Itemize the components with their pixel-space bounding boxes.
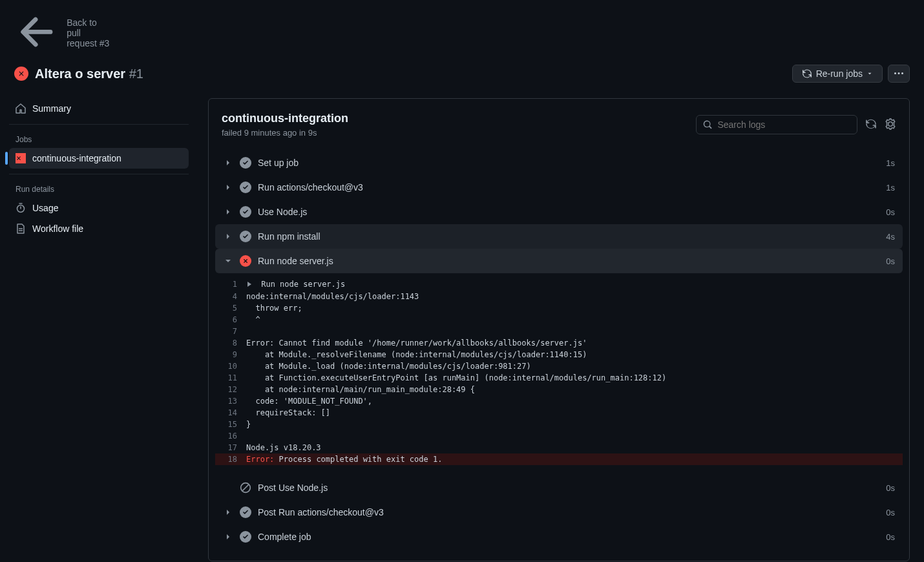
arrow-left-icon [14, 9, 61, 56]
log-line[interactable]: 8Error: Cannot find module '/home/runner… [215, 337, 903, 349]
step-row[interactable]: Run node server.js0s [215, 249, 903, 273]
sidebar-workflow-file[interactable]: Workflow file [9, 218, 189, 239]
log-line[interactable]: 9 at Module._resolveFilename (node:inter… [215, 349, 903, 360]
step-label: Use Node.js [258, 207, 886, 217]
kebab-icon [894, 68, 904, 79]
sync-icon [802, 68, 812, 79]
log-line[interactable]: 13 code: 'MODULE_NOT_FOUND', [215, 395, 903, 407]
step-label: Set up job [258, 158, 886, 168]
step-row[interactable]: Run npm install4s [215, 224, 903, 249]
check-icon [240, 206, 251, 218]
sidebar-item-label: Usage [32, 203, 58, 213]
step-duration: 1s [886, 183, 895, 193]
sidebar-item-label: Summary [32, 103, 71, 114]
log-fold[interactable]: Run node server.js [246, 280, 345, 289]
check-icon [240, 531, 251, 543]
step-label: Complete job [258, 532, 886, 542]
step-duration: 0s [886, 207, 895, 217]
step-row[interactable]: Post Use Node.js0s [215, 475, 903, 500]
chevron-right-icon [223, 507, 233, 517]
step-duration: 0s [886, 256, 895, 266]
log-line[interactable]: 14 requireStack: [] [215, 407, 903, 419]
stopwatch-icon [16, 203, 26, 213]
chevron-right-icon [223, 207, 233, 217]
check-icon [240, 182, 251, 193]
gear-icon [885, 118, 896, 130]
log-line[interactable]: 5 throw err; [215, 302, 903, 314]
search-logs[interactable] [696, 115, 857, 134]
chevron-right-icon [223, 532, 233, 542]
fail-icon [16, 153, 26, 163]
sidebar-jobs-heading: Jobs [9, 130, 189, 148]
step-row[interactable]: Complete job0s [215, 525, 903, 549]
sidebar: Summary Jobs continuous-integration Run … [0, 98, 194, 562]
step-duration: 1s [886, 158, 895, 168]
file-icon [16, 224, 26, 234]
run-status-icon [14, 67, 28, 81]
log-line[interactable]: 17Node.js v18.20.3 [215, 442, 903, 453]
caret-down-icon [866, 70, 873, 77]
rerun-jobs-button[interactable]: Re-run jobs [792, 65, 883, 83]
log-output: 1 Run node server.js4node:internal/modul… [215, 273, 903, 475]
page-title: Altera o server #1 [35, 67, 143, 81]
log-line[interactable]: 4node:internal/modules/cjs/loader:1143 [215, 291, 903, 302]
log-line[interactable]: 10 at Module._load (node:internal/module… [215, 360, 903, 372]
sidebar-item-label: Workflow file [32, 224, 83, 234]
step-duration: 0s [886, 532, 895, 542]
job-title: continuous-integration [222, 112, 348, 125]
home-icon [16, 103, 26, 114]
refresh-button[interactable] [865, 118, 877, 132]
step-label: Run node server.js [258, 256, 886, 266]
step-duration: 4s [886, 232, 895, 242]
chevron-right-icon [223, 231, 233, 242]
skip-icon [240, 482, 251, 494]
log-line[interactable]: 16 [215, 430, 903, 442]
fail-icon [240, 255, 251, 267]
search-icon [703, 120, 712, 130]
page-title-number: #1 [129, 67, 143, 81]
sidebar-details-heading: Run details [9, 180, 189, 198]
log-line[interactable]: 15} [215, 419, 903, 430]
step-duration: 0s [886, 483, 895, 493]
log-line[interactable]: 1 Run node server.js [215, 278, 903, 291]
step-label: Run npm install [258, 231, 886, 242]
chevron-down-icon [223, 256, 233, 266]
step-label: Post Use Node.js [258, 483, 886, 493]
step-row[interactable]: Post Run actions/checkout@v30s [215, 500, 903, 525]
job-subtitle: failed 9 minutes ago in 9s [222, 128, 348, 138]
back-link[interactable]: Back to pull request #3 [14, 9, 111, 56]
search-input[interactable] [717, 120, 850, 130]
log-line[interactable]: 7 [215, 326, 903, 337]
check-icon [240, 231, 251, 242]
step-label: Post Run actions/checkout@v3 [258, 507, 886, 517]
log-line[interactable]: 12 at node:internal/main/run_main_module… [215, 384, 903, 395]
check-icon [240, 157, 251, 169]
sidebar-job-item[interactable]: continuous-integration [9, 148, 189, 169]
settings-button[interactable] [885, 118, 896, 132]
step-duration: 0s [886, 508, 895, 517]
step-row[interactable]: Run actions/checkout@v31s [215, 175, 903, 200]
sidebar-summary[interactable]: Summary [9, 98, 189, 119]
back-link-label: Back to pull request #3 [67, 17, 111, 48]
sidebar-usage[interactable]: Usage [9, 198, 189, 218]
check-icon [240, 506, 251, 518]
job-card: continuous-integration failed 9 minutes … [208, 98, 910, 561]
sidebar-item-label: continuous-integration [32, 153, 121, 163]
chevron-right-icon [223, 182, 233, 193]
step-label: Run actions/checkout@v3 [258, 182, 886, 193]
sync-icon [865, 118, 877, 130]
log-line[interactable]: 11 at Function.executeUserEntryPoint [as… [215, 372, 903, 384]
step-row[interactable]: Set up job1s [215, 151, 903, 175]
chevron-right-icon [223, 158, 233, 168]
log-line[interactable]: 18Error: Process completed with exit cod… [215, 453, 903, 465]
log-line[interactable]: 6 ^ [215, 314, 903, 326]
kebab-menu-button[interactable] [888, 65, 910, 83]
step-row[interactable]: Use Node.js0s [215, 200, 903, 224]
